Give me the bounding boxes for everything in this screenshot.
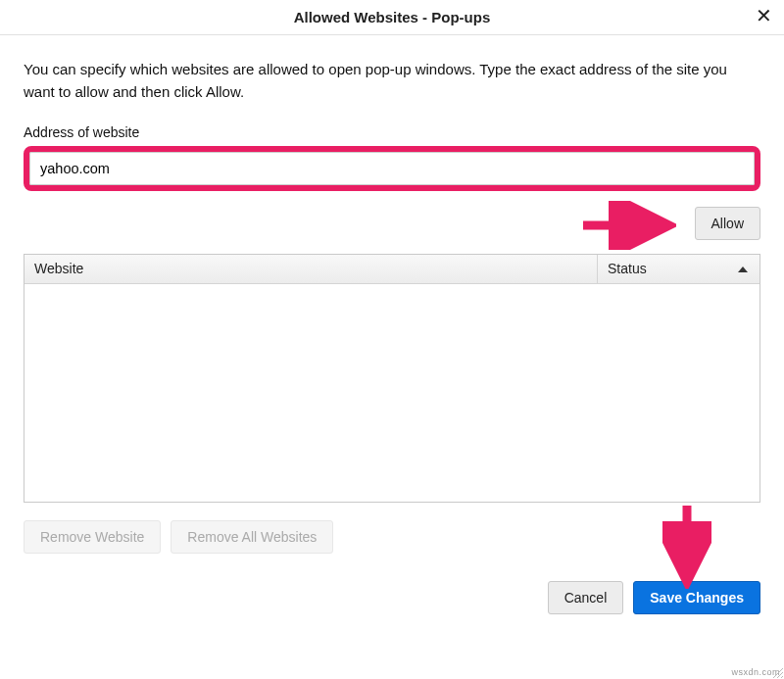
address-input[interactable] [29, 152, 755, 185]
dialog-title: Allowed Websites - Pop-ups [294, 9, 491, 25]
list-body-empty[interactable] [24, 284, 760, 502]
remove-all-websites-button: Remove All Websites [171, 520, 333, 554]
dialog-content: You can specify which websites are allow… [0, 35, 784, 638]
address-highlight-annotation [24, 146, 760, 191]
remove-website-button: Remove Website [24, 520, 161, 554]
website-list: Website Status [24, 254, 760, 503]
description-text: You can specify which websites are allow… [24, 59, 760, 103]
annotation-arrow-allow [578, 201, 676, 250]
resize-grip-icon[interactable] [770, 665, 784, 679]
remove-buttons-row: Remove Website Remove All Websites [24, 520, 760, 554]
save-changes-button[interactable]: Save Changes [633, 581, 760, 614]
column-header-website[interactable]: Website [24, 255, 598, 283]
cancel-button[interactable]: Cancel [548, 581, 624, 614]
dialog-header: Allowed Websites - Pop-ups ✕ [0, 0, 784, 35]
sort-ascending-icon [738, 267, 748, 272]
allow-button[interactable]: Allow [695, 207, 760, 240]
allow-row: Allow [24, 207, 760, 240]
column-header-status[interactable]: Status [598, 255, 760, 283]
column-header-status-label: Status [608, 261, 647, 276]
list-header: Website Status [24, 255, 760, 284]
svg-line-6 [781, 676, 783, 678]
footer-buttons-row: Cancel Save Changes [24, 581, 760, 614]
close-icon[interactable]: ✕ [756, 6, 772, 25]
address-label: Address of website [24, 124, 760, 140]
